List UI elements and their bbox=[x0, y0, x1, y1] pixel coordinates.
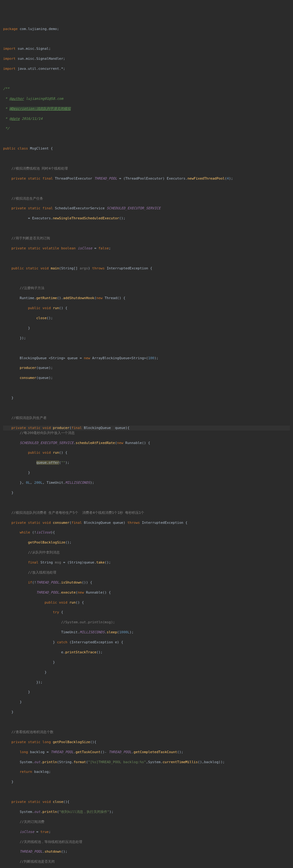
brace-close: } bbox=[3, 490, 290, 495]
sleep-1000: TimeUnit.MILLISECONDS.sleep(1000L); bbox=[3, 630, 290, 635]
javadoc-date: * @date 2016/11/14 bbox=[3, 116, 290, 121]
brace-close: } bbox=[3, 700, 290, 705]
import-line: import sun.misc.SignalHandler; bbox=[3, 56, 290, 61]
blank bbox=[3, 720, 290, 725]
close-call: close(); bbox=[3, 316, 290, 321]
producer-call: producer(queue); bbox=[3, 366, 290, 370]
comment: //从队列中拿到消息 bbox=[3, 550, 290, 555]
brace-close: } bbox=[3, 470, 290, 475]
class-declaration: public class MsgClient { bbox=[3, 146, 290, 151]
brace-close: } bbox=[3, 779, 290, 784]
comment: //模拟消息队列消费者 生产者每秒生产5个 消费者4个线程消费1个1秒 每秒积压… bbox=[3, 510, 290, 515]
field-scheduled-executor-cont: = Executors.newSingleThreadScheduledExec… bbox=[3, 216, 290, 221]
queue-decl: BlockingQueue <String> queue = new Array… bbox=[3, 356, 290, 361]
comment: //模拟消息队列生产者 bbox=[3, 415, 290, 421]
comment: //System.out.println(msg); bbox=[3, 620, 290, 625]
while-isclose: while (!isClose){ bbox=[3, 530, 290, 535]
run-method: public void run() { bbox=[3, 600, 290, 605]
field-isclose: private static volatile boolean isClose … bbox=[3, 246, 290, 251]
comment: //放入线程池处理 bbox=[3, 570, 290, 575]
blank bbox=[3, 186, 290, 191]
comment: //每200毫秒向队列中放入一个消息 bbox=[3, 431, 290, 436]
run-method: public void run() { bbox=[3, 306, 290, 311]
blank bbox=[3, 37, 290, 42]
javadoc-author: * @author lujianing01@58.com bbox=[3, 96, 290, 101]
javadoc-open: /** bbox=[3, 86, 290, 91]
comment: //注册钩子方法 bbox=[3, 286, 290, 291]
brace-close: } bbox=[3, 326, 290, 331]
blank bbox=[3, 256, 290, 261]
blank bbox=[3, 346, 290, 351]
producer-method-selected: private static void producer(final Block… bbox=[3, 426, 290, 431]
brace-close: } bbox=[3, 660, 290, 665]
backlog-calc: long backlog = THREAD_POOL.getTaskCount(… bbox=[3, 750, 290, 755]
shutdown-call: THREAD_POOL.shutdown(); bbox=[3, 849, 290, 854]
shutdown-hook: Runtime.getRuntime().addShutdownHook(new… bbox=[3, 296, 290, 301]
comment: //查看线程池堆积消息个数 bbox=[3, 730, 290, 735]
comment: //用于判断是否关闭订阅 bbox=[3, 236, 290, 241]
sysout-backlog: System.out.println(String.format("[%s]TH… bbox=[3, 760, 290, 765]
comment: //模拟消息生产任务 bbox=[3, 196, 290, 201]
brace-close: } bbox=[3, 710, 290, 715]
blank bbox=[3, 385, 290, 391]
blank bbox=[3, 76, 290, 81]
consumer-method: private static void consumer(final Block… bbox=[3, 520, 290, 525]
brace-close: } bbox=[3, 670, 290, 675]
isclose-true: isClose = true; bbox=[3, 830, 290, 835]
field-thread-pool: private static final ThreadPoolExecutor … bbox=[3, 176, 290, 181]
close-method: private static void close(){ bbox=[3, 800, 290, 804]
blank bbox=[3, 156, 290, 161]
sysout-kill: System.out.println("收到kill消息，执行关闭操作"); bbox=[3, 809, 290, 814]
hook-end: }); bbox=[3, 336, 290, 341]
import-line: import java.util.concurrent.*; bbox=[3, 66, 290, 71]
field-scheduled-executor: private static final ScheduledExecutorSe… bbox=[3, 206, 290, 211]
take-line: final String msg = (String)queue.take(); bbox=[3, 560, 290, 565]
import-line: import sun.misc.Signal; bbox=[3, 46, 290, 51]
queue-offer: queue.offer(""); bbox=[3, 460, 290, 465]
return-backlog: return backlog; bbox=[3, 769, 290, 774]
backlog-method: private static long getPoolBacklogSize()… bbox=[3, 740, 290, 745]
blank bbox=[3, 226, 290, 231]
blank bbox=[3, 789, 290, 795]
try-block: try { bbox=[3, 610, 290, 615]
brace-close: } bbox=[3, 690, 290, 695]
comment: //关闭线程池，等待线程池积压消息处理 bbox=[3, 839, 290, 844]
blank bbox=[3, 405, 290, 410]
comment: //关闭订阅消费 bbox=[3, 819, 290, 825]
javadoc-description: * @Description:消息队列平滑关闭模拟 bbox=[3, 106, 290, 112]
getpool-call: getPoolBacklogSize(); bbox=[3, 540, 290, 545]
if-shutdown: if(!THREAD_POOL.isShutdown()) { bbox=[3, 580, 290, 585]
consumer-call: consumer(queue); bbox=[3, 375, 290, 380]
schedule-end: }, 0L, 200L, TimeUnit.MILLISECONDS); bbox=[3, 480, 290, 485]
blank bbox=[3, 500, 290, 505]
code-editor[interactable]: package com.lujianing.demo; import sun.m… bbox=[3, 22, 290, 868]
execute-call: THREAD_POOL.execute(new Runnable() { bbox=[3, 590, 290, 595]
brace-close: } bbox=[3, 396, 290, 401]
execute-end: }); bbox=[3, 680, 290, 685]
package-line: package com.lujianing.demo; bbox=[3, 27, 290, 32]
comment: //模拟消费线程池 同时4个线程处理 bbox=[3, 166, 290, 171]
run-method: public void run() { bbox=[3, 450, 290, 455]
blank bbox=[3, 276, 290, 281]
schedule-call: SCHEDULED_EXECUTOR_SERVICE.scheduleAtFix… bbox=[3, 441, 290, 445]
blank bbox=[3, 136, 290, 141]
printstacktrace: e.printStackTrace(); bbox=[3, 650, 290, 655]
comment: //判断线程池是否关闭 bbox=[3, 859, 290, 864]
catch-block: } catch (InterruptedException e) { bbox=[3, 640, 290, 645]
main-method: public static void main(String[] args) t… bbox=[3, 266, 290, 271]
javadoc-close: */ bbox=[3, 126, 290, 131]
